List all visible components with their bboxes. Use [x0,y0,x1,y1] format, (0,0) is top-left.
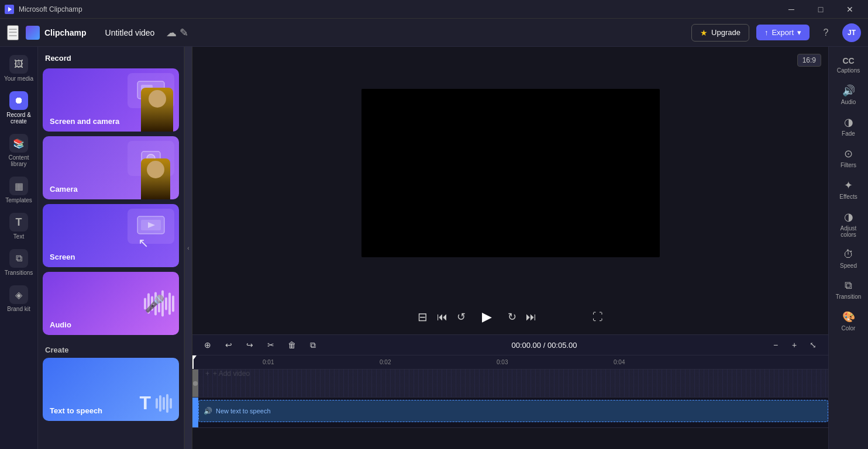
camera-head [149,90,166,108]
menu-button[interactable]: ☰ [7,25,19,40]
tts-clip[interactable]: 🔊 New text to speech [198,400,828,422]
sidebar-item-your-media[interactable]: 🖼 Your media [1,51,36,85]
rs-color[interactable]: 🎨 Color [830,306,867,336]
transitions-icon: ⧉ [9,249,28,268]
camera-person-deco2 [141,158,170,199]
sidebar-item-brand-kit[interactable]: ◈ Brand kit [1,282,36,316]
rs-filters[interactable]: ⊙ Filters [830,143,867,173]
window-controls: ─ □ ✕ [778,0,863,19]
preview-main: 16:9 [192,47,828,299]
duplicate-button[interactable]: ⧉ [305,337,321,353]
color-icon: 🎨 [842,310,855,323]
brand-kit-label: Brand kit [7,306,30,312]
transition-label: Transition [836,293,862,300]
tts-track-content[interactable]: 🔊 New text to speech [198,398,828,427]
close-button[interactable]: ✕ [836,0,863,19]
zoom-in-button[interactable]: + [786,337,802,353]
card-tts-label: Text to speech [50,406,102,415]
sidebar-item-content-library[interactable]: 📚 Content library [1,130,36,171]
tts-clip-label: New text to speech [216,407,271,415]
play-button[interactable]: ▶ [475,305,498,329]
fit-timeline-button[interactable]: ⤡ [805,337,821,353]
sidebar-item-record-create[interactable]: ⏺ Record & create [1,88,36,128]
timeline-content: 0:01 0:02 0:03 0:04 + + Add video [192,355,828,449]
fullscreen-button[interactable]: ⛶ [593,311,603,323]
timeline-time-display: 00:00.00 / 00:05.00 [511,341,577,350]
help-button[interactable]: ? [817,23,835,42]
card-camera-label: Camera [50,185,78,194]
caption-toggle-button[interactable]: ⊟ [418,310,428,324]
rs-speed[interactable]: ⏱ Speed [830,244,867,274]
record-create-icon: ⏺ [9,91,28,110]
rs-effects[interactable]: ✦ Effects [830,174,867,205]
transition-icon: ⧉ [845,279,852,292]
cursor-icon: ↖ [138,236,149,251]
content-library-icon: 📚 [9,134,28,153]
app-title: Microsoft Clipchamp [19,5,82,13]
your-media-icon: 🖼 [9,55,28,74]
brand: Clipchamp [26,26,87,40]
skip-to-end-button[interactable]: ⏭ [526,311,536,323]
text-icon: T [9,213,28,232]
tts-track-handle [192,398,198,427]
card-screen-camera[interactable]: Screen and camera [43,68,179,132]
camera-head2 [147,161,164,178]
fade-icon: ◑ [844,116,853,129]
rs-fade[interactable]: ◑ Fade [830,111,867,141]
fade-label: Fade [842,130,855,137]
tts-clip-icon: 🔊 [204,407,212,415]
zoom-controls: − + ⤡ [767,337,821,353]
templates-label: Templates [5,197,32,203]
color-label: Color [842,325,856,331]
zoom-out-button[interactable]: − [767,337,784,353]
aspect-ratio-badge[interactable]: 16:9 [797,54,821,67]
transitions-label: Transitions [5,270,33,276]
rewind-button[interactable]: ↺ [457,310,466,323]
sidebar-item-transitions[interactable]: ⧉ Transitions [1,246,36,279]
sidebar-item-templates[interactable]: ▦ Templates [1,173,36,207]
cut-button[interactable]: ✂ [263,337,279,353]
rs-transition[interactable]: ⧉ Transition [830,275,867,305]
speed-icon: ⏱ [843,248,854,261]
right-sidebar: CC Captions 🔊 Audio ◑ Fade ⊙ Filters ✦ E… [828,47,868,449]
undo-button[interactable]: ↩ [221,337,237,353]
ruler-tick-1: 0:01 [263,359,274,365]
tts-t-icon: T [139,392,151,414]
filters-icon: ⊙ [844,147,853,160]
playback-controls: ⊟ ⏮ ↺ ▶ ↻ ⏭ ⛶ [192,299,828,334]
maximize-button[interactable]: □ [807,0,834,19]
minimize-button[interactable]: ─ [778,0,805,19]
video-title[interactable]: Untitled video [101,26,160,40]
ruler-tick-4: 0:04 [614,359,625,365]
record-heading: Record [43,54,179,63]
card-camera[interactable]: Camera [43,136,179,199]
brand-icon [26,26,40,40]
topbar-right: ★ Upgrade ↑ Export ▾ ? JT [691,23,861,42]
video-track-content[interactable]: + + Add video [198,369,828,397]
redo-button[interactable]: ↪ [242,337,258,353]
rs-captions[interactable]: CC Captions [830,51,867,78]
skip-to-start-button[interactable]: ⏮ [437,311,447,323]
icon-sidebar: 🖼 Your media ⏺ Record & create 📚 Content… [0,47,38,449]
delete-button[interactable]: 🗑 [284,337,300,353]
forward-button[interactable]: ↻ [508,310,516,323]
card-audio[interactable]: 🎤 Audio [43,272,179,335]
microphone-icon: 🎤 [144,294,165,313]
preview-area: 16:9 ⊟ ⏮ ↺ ▶ ↻ ⏭ ⛶ ⊕ ↩ ↪ ✂ 🗑 ⧉ 00:00.00 … [192,47,828,449]
panel-collapse-handle[interactable]: ‹ [184,47,192,449]
export-button[interactable]: ↑ Export ▾ [756,25,810,40]
avatar: JT [842,23,861,42]
rs-adjust-colors[interactable]: ◑ Adjust colors [830,206,867,243]
record-create-label: Record & create [4,112,34,125]
card-text-to-speech[interactable]: T Text to speech [43,358,179,421]
record-create-panel: Record Screen and camera [38,47,184,449]
rs-audio[interactable]: 🔊 Audio [830,80,867,110]
app-icon [5,5,14,14]
audio-icon: 🔊 [842,84,855,97]
sidebar-item-text[interactable]: T Text [1,209,36,243]
screen-deco [128,209,174,244]
card-screen[interactable]: ↖ Screen [43,204,179,267]
adjust-colors-icon: ◑ [844,210,853,223]
upgrade-button[interactable]: ★ Upgrade [691,24,749,42]
snap-button[interactable]: ⊕ [199,337,216,353]
